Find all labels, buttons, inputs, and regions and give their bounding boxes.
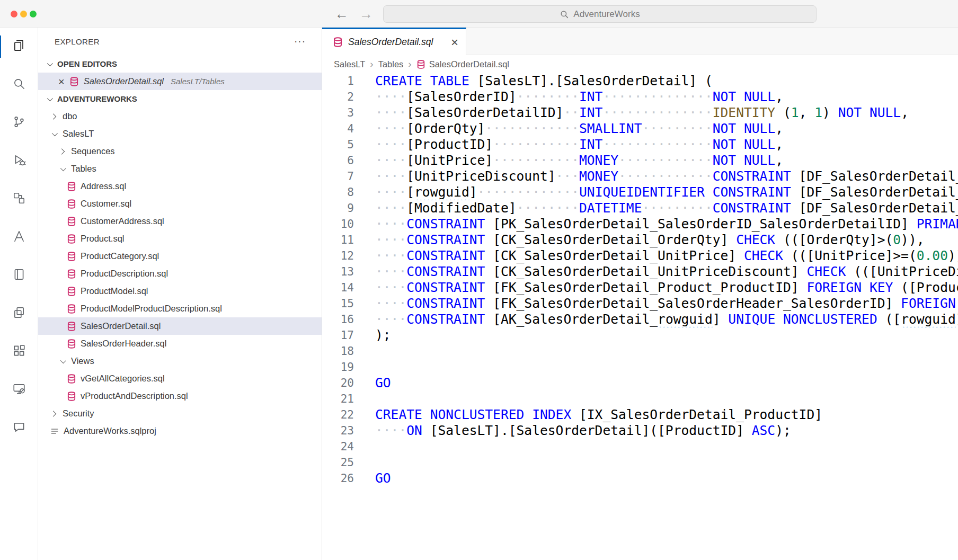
code-text[interactable]: ····[SalesOrderDetailID]··INT···········… bbox=[375, 105, 958, 121]
code-text[interactable] bbox=[375, 439, 958, 455]
remote-monitor-activity-button[interactable] bbox=[0, 371, 38, 409]
tree-item-productmodelproductdescription-sql[interactable]: ProductModelProductDescription.sql bbox=[38, 300, 322, 317]
tree-item-vproductanddescription-sql[interactable]: vProductAndDescription.sql bbox=[38, 387, 322, 405]
tree-item-label: ProductModelProductDescription.sql bbox=[81, 304, 222, 314]
search-value: AdventureWorks bbox=[573, 9, 640, 20]
code-text[interactable]: ····CONSTRAINT [CK_SalesOrderDetail_Unit… bbox=[375, 248, 958, 264]
source-control-icon bbox=[12, 115, 26, 131]
tree-item-security[interactable]: Security bbox=[38, 405, 322, 422]
code-text[interactable]: ····[OrderQty]············SMALLINT······… bbox=[375, 121, 958, 137]
code-text[interactable]: ····[UnitPriceDiscount]···MONEY·········… bbox=[375, 168, 958, 184]
close-window-button[interactable] bbox=[11, 11, 17, 17]
database-icon bbox=[67, 322, 76, 331]
window-controls bbox=[11, 11, 37, 17]
tree-item-productcategory-sql[interactable]: ProductCategory.sql bbox=[38, 247, 322, 265]
code-text[interactable] bbox=[375, 391, 958, 407]
code-text[interactable]: ····ON [SalesLT].[SalesOrderDetail]([Pro… bbox=[375, 423, 958, 439]
close-tab-icon[interactable]: × bbox=[451, 36, 458, 49]
code-line: 10····CONSTRAINT [PK_SalesOrderDetail_Sa… bbox=[322, 216, 958, 232]
schema-compare-activity-button[interactable] bbox=[0, 295, 38, 333]
line-number: 19 bbox=[322, 359, 375, 375]
code-text[interactable]: ····[ModifiedDate]········DATETIME······… bbox=[375, 200, 958, 216]
open-editors-header[interactable]: OPEN EDITORS bbox=[38, 55, 322, 73]
azure-activity-button[interactable] bbox=[0, 218, 38, 256]
extensions-icon bbox=[12, 344, 26, 360]
tree-item-adventureworks-sqlproj[interactable]: AdventureWorks.sqlproj bbox=[38, 422, 322, 440]
code-text[interactable]: CREATE NONCLUSTERED INDEX [IX_SalesOrder… bbox=[375, 407, 958, 423]
source-control-activity-button[interactable] bbox=[0, 104, 38, 142]
tree-item-productmodel-sql[interactable]: ProductModel.sql bbox=[38, 282, 322, 300]
line-number: 13 bbox=[322, 264, 375, 280]
code-text[interactable]: ····[UnitPrice]···········MONEY·········… bbox=[375, 153, 958, 168]
code-line: 11····CONSTRAINT [CK_SalesOrderDetail_Or… bbox=[322, 232, 958, 248]
forward-arrow-icon[interactable]: → bbox=[359, 6, 373, 22]
tree-item-productdescription-sql[interactable]: ProductDescription.sql bbox=[38, 265, 322, 282]
code-text[interactable]: ····CONSTRAINT [PK_SalesOrderDetail_Sale… bbox=[375, 216, 958, 232]
tree-item-sequences[interactable]: Sequences bbox=[38, 143, 322, 160]
tree-item-customeraddress-sql[interactable]: CustomerAddress.sql bbox=[38, 212, 322, 230]
tree-item-product-sql[interactable]: Product.sql bbox=[38, 230, 322, 247]
line-number: 24 bbox=[322, 439, 375, 455]
code-text[interactable]: CREATE TABLE [SalesLT].[SalesOrderDetail… bbox=[375, 73, 958, 89]
code-text[interactable]: ····[rowguid]·············UNIQUEIDENTIFI… bbox=[375, 184, 958, 200]
breadcrumb-item-tables[interactable]: Tables bbox=[378, 59, 404, 69]
code-text[interactable]: ····CONSTRAINT [FK_SalesOrderDetail_Prod… bbox=[375, 280, 958, 296]
tree-item-salesorderdetail-sql[interactable]: SalesOrderDetail.sql bbox=[38, 317, 322, 335]
breadcrumb-item-saleslt[interactable]: SalesLT bbox=[334, 59, 365, 69]
code-text[interactable] bbox=[375, 359, 958, 375]
open-editor-item[interactable]: × SalesOrderDetail.sql SalesLT/Tables bbox=[38, 73, 322, 90]
code-line: 7····[UnitPriceDiscount]···MONEY········… bbox=[322, 168, 958, 184]
code-line: 23····ON [SalesLT].[SalesOrderDetail]([P… bbox=[322, 423, 958, 439]
tree-item-salesorderheader-sql[interactable]: SalesOrderHeader.sql bbox=[38, 335, 322, 352]
chevron-right-icon bbox=[50, 112, 58, 121]
code-text[interactable]: ····CONSTRAINT [FK_SalesOrderDetail_Sale… bbox=[375, 296, 958, 312]
code-editor[interactable]: 1CREATE TABLE [SalesLT].[SalesOrderDetai… bbox=[322, 73, 958, 560]
comments-activity-button[interactable] bbox=[0, 409, 38, 447]
back-arrow-icon[interactable]: ← bbox=[335, 6, 349, 22]
code-text[interactable]: ); bbox=[375, 327, 958, 343]
database-icon bbox=[67, 234, 76, 244]
tree-item-customer-sql[interactable]: Customer.sql bbox=[38, 195, 322, 212]
code-text[interactable]: ····CONSTRAINT [CK_SalesOrderDetail_Orde… bbox=[375, 232, 958, 248]
minimize-window-button[interactable] bbox=[20, 11, 27, 17]
code-line: 1CREATE TABLE [SalesLT].[SalesOrderDetai… bbox=[322, 73, 958, 89]
tree-item-saleslt[interactable]: SalesLT bbox=[38, 125, 322, 143]
tree-item-label: vProductAndDescription.sql bbox=[81, 391, 188, 401]
line-number: 1 bbox=[322, 73, 375, 89]
search-activity-button[interactable] bbox=[0, 66, 38, 104]
code-line: 17); bbox=[322, 327, 958, 343]
adventureworks-section-header[interactable]: ADVENTUREWORKS bbox=[38, 90, 322, 108]
command-center-search[interactable]: AdventureWorks bbox=[383, 5, 817, 23]
code-line: 22CREATE NONCLUSTERED INDEX [IX_SalesOrd… bbox=[322, 407, 958, 423]
code-text[interactable]: ····[ProductID]···········INT···········… bbox=[375, 137, 958, 153]
tree-item-label: ProductDescription.sql bbox=[81, 269, 168, 279]
database-icon bbox=[67, 339, 76, 349]
code-text[interactable]: GO bbox=[375, 470, 958, 486]
code-text[interactable] bbox=[375, 455, 958, 470]
extensions-activity-button[interactable] bbox=[0, 333, 38, 371]
tree-item-dbo[interactable]: dbo bbox=[38, 108, 322, 125]
line-number: 20 bbox=[322, 375, 375, 391]
notebooks-activity-button[interactable] bbox=[0, 256, 38, 295]
tree-item-tables[interactable]: Tables bbox=[38, 160, 322, 177]
tab-salesorderdetail-sql[interactable]: SalesOrderDetail.sql × bbox=[322, 28, 466, 55]
breadcrumb-item-file[interactable]: SalesOrderDetail.sql bbox=[416, 59, 509, 69]
code-text[interactable]: ····CONSTRAINT [AK_SalesOrderDetail_rowg… bbox=[375, 312, 958, 327]
database-icon bbox=[67, 269, 76, 279]
code-text[interactable]: ····CONSTRAINT [CK_SalesOrderDetail_Unit… bbox=[375, 264, 958, 280]
database-icon bbox=[67, 304, 76, 314]
database-projects-activity-button[interactable] bbox=[0, 180, 38, 218]
code-line: 14····CONSTRAINT [FK_SalesOrderDetail_Pr… bbox=[322, 280, 958, 296]
code-text[interactable]: ····[SalesOrderID]········INT···········… bbox=[375, 89, 958, 105]
code-line: 9····[ModifiedDate]········DATETIME·····… bbox=[322, 200, 958, 216]
code-text[interactable]: GO bbox=[375, 375, 958, 391]
close-editor-icon[interactable]: × bbox=[58, 76, 65, 87]
run-debug-activity-button[interactable] bbox=[0, 142, 38, 180]
code-text[interactable] bbox=[375, 343, 958, 359]
tree-item-address-sql[interactable]: Address.sql bbox=[38, 177, 322, 195]
tree-item-vgetallcategories-sql[interactable]: vGetAllCategories.sql bbox=[38, 370, 322, 387]
more-actions-icon[interactable]: ··· bbox=[294, 35, 306, 47]
zoom-window-button[interactable] bbox=[30, 11, 37, 17]
tree-item-views[interactable]: Views bbox=[38, 352, 322, 370]
explorer-activity-button[interactable] bbox=[0, 28, 38, 66]
